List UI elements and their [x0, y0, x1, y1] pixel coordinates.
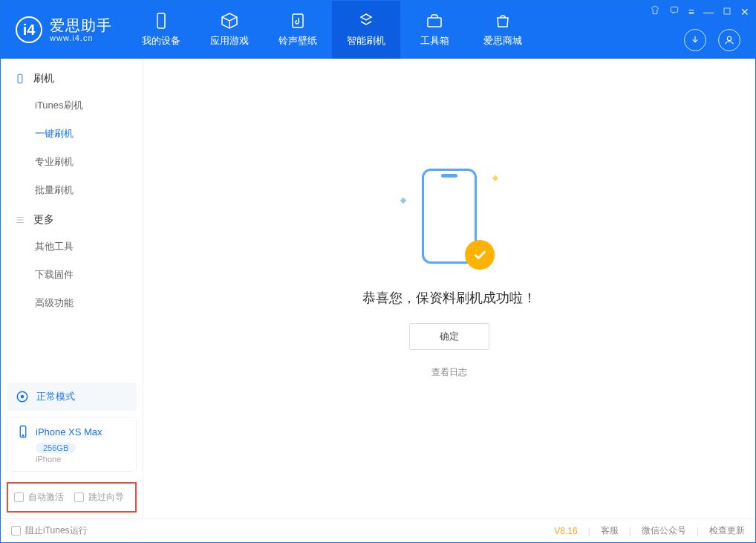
- tab-store[interactable]: 爱思商城: [469, 1, 537, 59]
- tab-label: 爱思商城: [483, 34, 522, 48]
- sidebar-item-advanced[interactable]: 高级功能: [1, 289, 143, 317]
- brand: i4 爱思助手 www.i4.cn: [1, 1, 127, 59]
- tab-label: 我的设备: [142, 34, 180, 48]
- skip-guide-checkbox[interactable]: 跳过向导: [74, 491, 124, 504]
- tab-label: 智能刷机: [347, 34, 385, 48]
- mode-label: 正常模式: [36, 390, 75, 403]
- check-update-link[interactable]: 检查更新: [709, 524, 745, 537]
- block-itunes-checkbox[interactable]: 阻止iTunes运行: [11, 524, 88, 537]
- version-label: V8.16: [554, 526, 577, 536]
- svg-rect-1: [293, 14, 303, 27]
- maximize-button[interactable]: [723, 6, 731, 18]
- skin-icon[interactable]: [650, 5, 660, 18]
- phone-success-illustration: [401, 169, 498, 273]
- device-capacity-badge: 256GB: [36, 443, 76, 453]
- minimize-button[interactable]: —: [703, 6, 714, 18]
- tab-ringtone-wallpaper[interactable]: 铃声壁纸: [264, 1, 332, 59]
- checkbox-icon: [14, 492, 24, 502]
- view-log-link[interactable]: 查看日志: [431, 366, 467, 379]
- svg-rect-6: [18, 74, 22, 83]
- separator: |: [697, 526, 699, 536]
- svg-rect-2: [428, 18, 441, 27]
- app-window: i4 爱思助手 www.i4.cn 我的设备 应用游戏 铃声壁纸 智能刷机: [0, 0, 756, 543]
- main-content: 恭喜您，保资料刷机成功啦！ 确定 查看日志: [143, 59, 755, 518]
- svg-point-5: [727, 36, 731, 40]
- sidebar: 刷机 iTunes刷机 一键刷机 专业刷机 批量刷机 更多 其他工具 下载固件 …: [1, 59, 143, 518]
- list-icon: [14, 214, 26, 226]
- tab-label: 工具箱: [420, 34, 449, 48]
- account-button[interactable]: [718, 29, 740, 51]
- phone-icon: [14, 73, 26, 85]
- footer-right: V8.16 | 客服 | 微信公众号 | 检查更新: [554, 524, 745, 537]
- bag-icon: [494, 12, 512, 30]
- device-name: iPhone XS Max: [36, 426, 102, 438]
- svg-rect-0: [157, 13, 165, 28]
- sidebar-group-more[interactable]: 更多: [1, 204, 143, 233]
- separator: |: [588, 526, 590, 536]
- svg-rect-3: [671, 7, 677, 12]
- success-message: 恭喜您，保资料刷机成功啦！: [362, 289, 536, 307]
- ok-button[interactable]: 确定: [409, 323, 489, 350]
- toolbox-icon: [426, 12, 443, 30]
- sparkle-icon: [400, 198, 406, 204]
- tab-apps-games[interactable]: 应用游戏: [195, 1, 264, 59]
- sidebar-item-oneclick-flash[interactable]: 一键刷机: [1, 120, 143, 148]
- mode-box[interactable]: 正常模式: [7, 383, 137, 411]
- checkbox-label: 阻止iTunes运行: [25, 524, 88, 537]
- cube-icon: [221, 12, 238, 30]
- footer: 阻止iTunes运行 V8.16 | 客服 | 微信公众号 | 检查更新: [1, 518, 755, 542]
- wechat-link[interactable]: 微信公众号: [642, 524, 686, 537]
- brand-title: 爱思助手: [50, 17, 112, 33]
- checkbox-icon: [74, 492, 84, 502]
- tab-smart-flash[interactable]: 智能刷机: [332, 1, 400, 59]
- brand-logo-icon: i4: [16, 16, 42, 43]
- window-controls: ≡ — ✕: [650, 5, 749, 18]
- success-panel: 恭喜您，保资料刷机成功啦！ 确定 查看日志: [362, 169, 536, 379]
- sidebar-item-itunes-flash[interactable]: iTunes刷机: [1, 91, 143, 120]
- body: 刷机 iTunes刷机 一键刷机 专业刷机 批量刷机 更多 其他工具 下载固件 …: [1, 59, 755, 518]
- titlebar: i4 爱思助手 www.i4.cn 我的设备 应用游戏 铃声壁纸 智能刷机: [1, 1, 755, 59]
- device-type: iPhone: [36, 455, 127, 464]
- titlebar-right-icons: [684, 29, 740, 51]
- tab-label: 应用游戏: [210, 34, 249, 48]
- device-icon: [152, 12, 170, 30]
- svg-rect-4: [724, 8, 730, 14]
- tab-my-device[interactable]: 我的设备: [127, 1, 195, 59]
- support-link[interactable]: 客服: [601, 524, 619, 537]
- group-label: 更多: [33, 213, 54, 227]
- sidebar-item-download-firmware[interactable]: 下载固件: [1, 261, 143, 289]
- separator: |: [629, 526, 631, 536]
- group-label: 刷机: [33, 72, 54, 85]
- sync-icon: [357, 12, 375, 30]
- device-phone-icon: [16, 425, 30, 438]
- sidebar-group-flash[interactable]: 刷机: [1, 63, 143, 91]
- device-card[interactable]: iPhone XS Max 256GB iPhone: [7, 417, 137, 472]
- checkbox-label: 跳过向导: [88, 491, 124, 504]
- brand-text: 爱思助手 www.i4.cn: [50, 17, 112, 42]
- svg-point-10: [22, 435, 24, 437]
- download-button[interactable]: [684, 29, 706, 51]
- auto-activate-checkbox[interactable]: 自动激活: [14, 491, 64, 504]
- brand-subtitle: www.i4.cn: [50, 33, 112, 42]
- music-file-icon: [289, 12, 307, 30]
- menu-icon[interactable]: ≡: [688, 6, 694, 18]
- sidebar-item-batch-flash[interactable]: 批量刷机: [1, 176, 143, 204]
- close-button[interactable]: ✕: [740, 6, 749, 18]
- tab-label: 铃声壁纸: [278, 34, 317, 48]
- tab-toolbox[interactable]: 工具箱: [400, 1, 469, 59]
- feedback-icon[interactable]: [669, 5, 680, 18]
- nav-tabs: 我的设备 应用游戏 铃声壁纸 智能刷机 工具箱 爱思商城: [127, 1, 537, 59]
- mode-icon: [16, 390, 29, 403]
- sidebar-scroll: 刷机 iTunes刷机 一键刷机 专业刷机 批量刷机 更多 其他工具 下载固件 …: [1, 59, 143, 377]
- checkbox-icon: [11, 526, 21, 536]
- sidebar-item-pro-flash[interactable]: 专业刷机: [1, 148, 143, 176]
- svg-point-8: [21, 395, 25, 399]
- sidebar-item-other-tools[interactable]: 其他工具: [1, 233, 143, 261]
- checkbox-label: 自动激活: [28, 491, 64, 504]
- checkmark-badge-icon: [465, 240, 495, 270]
- sparkle-icon: [492, 175, 498, 181]
- sidebar-options-highlight: 自动激活 跳过向导: [7, 482, 137, 513]
